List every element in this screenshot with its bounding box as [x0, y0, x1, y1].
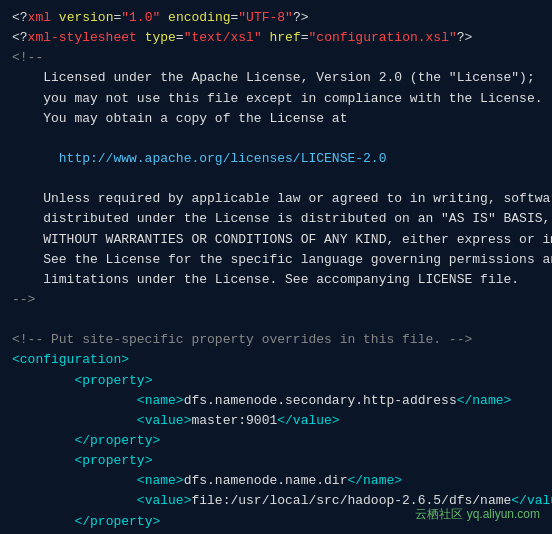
- line-property1-value: <value>master:9001</value>: [12, 411, 540, 431]
- code-container: <?xml version="1.0" encoding="UTF-8"?> <…: [0, 0, 552, 534]
- line-comment-start: <!--: [12, 48, 540, 68]
- line-property1-close: </property>: [12, 431, 540, 451]
- line-comment-3: You may obtain a copy of the License at: [12, 109, 540, 129]
- line-comment-url: http://www.apache.org/licenses/LICENSE-2…: [12, 149, 540, 169]
- line-configuration-open: <configuration>: [12, 350, 540, 370]
- line-empty1: [12, 310, 540, 330]
- line-comment-empty1: [12, 129, 540, 149]
- watermark: 云栖社区 yq.aliyun.com: [415, 505, 540, 524]
- line-property2-open: <property>: [12, 451, 540, 471]
- line-property2-name: <name>dfs.namenode.name.dir</name>: [12, 471, 540, 491]
- line-comment-inline: <!-- Put site-specific property override…: [12, 330, 540, 350]
- line-comment-end: -->: [12, 290, 540, 310]
- line-comment-2: you may not use this file except in comp…: [12, 89, 540, 109]
- line-xml-stylesheet: <?xml-stylesheet type="text/xsl" href="c…: [12, 28, 540, 48]
- line-comment-6: WITHOUT WARRANTIES OR CONDITIONS OF ANY …: [12, 230, 540, 250]
- line-xml-decl: <?xml version="1.0" encoding="UTF-8"?>: [12, 8, 540, 28]
- line-comment-4: Unless required by applicable law or agr…: [12, 189, 540, 209]
- line-comment-empty2: [12, 169, 540, 189]
- line-comment-5: distributed under the License is distrib…: [12, 209, 540, 229]
- line-comment-8: limitations under the License. See accom…: [12, 270, 540, 290]
- line-comment-1: Licensed under the Apache License, Versi…: [12, 68, 540, 88]
- line-property1-name: <name>dfs.namenode.secondary.http-addres…: [12, 391, 540, 411]
- line-comment-7: See the License for the specific languag…: [12, 250, 540, 270]
- line-property1-open: <property>: [12, 371, 540, 391]
- watermark-text: 云栖社区 yq.aliyun.com: [415, 507, 540, 521]
